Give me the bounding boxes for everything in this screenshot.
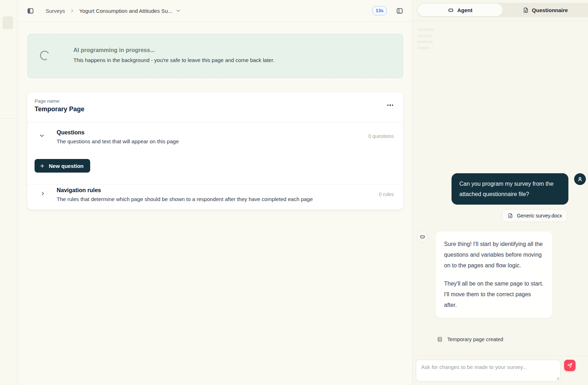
page-card: Page name: Temporary Page Questions The …	[27, 92, 403, 210]
questions-section-description: The questions and text that will appear …	[57, 138, 179, 144]
user-message-bubble: Can you program my survey from the attac…	[452, 173, 568, 205]
tab-questionnaire[interactable]: Questionnaire	[502, 4, 588, 16]
card-divider	[27, 122, 403, 122]
navigation-rules-description: The rules that determine which page shou…	[57, 196, 313, 202]
main-header: Surveys Yogurt Consumption and Attitudes…	[18, 0, 412, 22]
rail-logo-placeholder[interactable]	[2, 16, 13, 29]
chevron-right-icon	[40, 191, 45, 196]
new-question-button[interactable]: New question	[35, 159, 90, 173]
paper-plane-icon	[567, 363, 573, 368]
agent-message-bubble: Sure thing! I'll start by identifying al…	[435, 231, 552, 318]
skeleton-line	[417, 41, 433, 43]
chevron-down-icon	[39, 133, 45, 138]
document-icon	[507, 213, 513, 219]
questions-section-title: Questions	[57, 129, 84, 136]
skeleton-line	[417, 47, 430, 49]
timer-badge: 13s	[372, 6, 387, 15]
send-button[interactable]	[564, 360, 576, 371]
person-icon	[577, 176, 583, 183]
chat-input[interactable]	[416, 360, 561, 381]
attachment-name: Generic survey.docx	[517, 213, 562, 219]
robot-icon	[419, 233, 425, 240]
page-menu-icon[interactable]	[386, 103, 395, 107]
chat-tabbar: Agent Questionnaire	[417, 3, 588, 17]
questions-count: 0 questions	[368, 133, 394, 139]
main-pane: Surveys Yogurt Consumption and Attitudes…	[18, 0, 413, 385]
chevron-down-icon	[176, 8, 181, 13]
page-name-label: Page name:	[35, 98, 61, 104]
document-icon	[523, 7, 529, 13]
agent-message-paragraph: Sure thing! I'll start by identifying al…	[444, 239, 544, 271]
banner-subtitle: This happens in the background - you're …	[73, 57, 274, 63]
user-avatar	[574, 173, 586, 185]
breadcrumb-separator-icon	[69, 8, 74, 13]
skeleton-line	[417, 35, 432, 37]
status-text: Temporary page created	[447, 337, 503, 342]
sidebar-toggle-icon[interactable]	[27, 7, 34, 14]
rules-count: 0 rules	[379, 191, 394, 197]
chat-panel-toggle-icon[interactable]	[396, 7, 403, 14]
robot-icon	[448, 7, 454, 13]
chat-header-divider	[413, 21, 588, 21]
chat-panel: Agent Questionnaire Can you program my s…	[413, 0, 588, 385]
breadcrumb-surveys-link[interactable]: Surveys	[46, 8, 65, 14]
breadcrumb-survey-title: Yogurt Consumption and Attitudes Su...	[79, 8, 172, 14]
left-rail	[0, 0, 17, 385]
agent-avatar	[417, 231, 428, 242]
banner-title: AI programming in progress...	[73, 47, 155, 53]
spinner-icon	[39, 50, 51, 61]
page-name-value: Temporary Page	[35, 106, 84, 113]
skeleton-line	[417, 29, 434, 31]
plus-icon	[40, 163, 45, 169]
ai-progress-banner: AI programming in progress... This happe…	[27, 34, 403, 78]
input-divider	[413, 356, 588, 356]
navigation-rules-title: Navigation rules	[57, 187, 101, 194]
status-row: Temporary page created	[437, 337, 503, 342]
card-divider	[27, 184, 403, 184]
notebook-icon	[437, 337, 443, 342]
agent-message-paragraph: They'll all be on the same page to start…	[444, 278, 544, 310]
tab-agent[interactable]: Agent	[418, 4, 502, 16]
rail-divider	[0, 118, 17, 119]
attachment-chip[interactable]: Generic survey.docx	[502, 209, 567, 222]
breadcrumb-survey-dropdown[interactable]: Yogurt Consumption and Attitudes Su...	[79, 8, 181, 14]
